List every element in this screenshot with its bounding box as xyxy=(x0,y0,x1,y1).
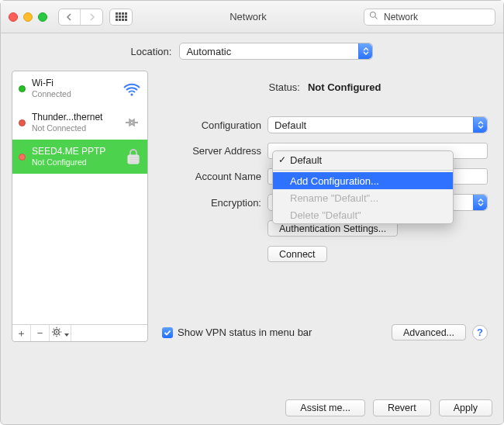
location-value: Automatic xyxy=(180,46,358,57)
service-status: Not Configured xyxy=(32,157,105,167)
advanced-button[interactable]: Advanced... xyxy=(392,324,466,340)
remove-service-button[interactable]: − xyxy=(31,325,50,341)
close-icon[interactable] xyxy=(9,12,18,22)
connect-row: Connect xyxy=(162,246,488,262)
service-thunderbolt-ethernet[interactable]: Thunder...thernet Not Connected xyxy=(12,105,147,140)
menu-item-add-configuration[interactable]: Add Configuration... xyxy=(273,172,453,189)
status-row: Status: Not Configured xyxy=(162,81,488,93)
menu-item-label: Default xyxy=(290,154,322,166)
apply-button[interactable]: Apply xyxy=(439,399,492,416)
account-name-label: Account Name xyxy=(162,171,261,182)
forward-button[interactable] xyxy=(81,9,102,25)
service-wifi[interactable]: Wi-Fi Connected xyxy=(12,71,147,105)
network-prefpane-window: Network ✕ Location: Automatic xyxy=(0,0,504,425)
footer-buttons: Assist me... Revert Apply xyxy=(285,399,492,416)
chevron-up-down-icon xyxy=(358,43,372,59)
location-label: Location: xyxy=(131,46,172,57)
service-name: SEED4.ME PPTP xyxy=(32,147,105,157)
chevron-down-icon xyxy=(64,327,69,339)
status-value: Not Configured xyxy=(308,81,381,93)
help-button[interactable]: ? xyxy=(472,325,488,340)
help-icon: ? xyxy=(477,327,483,338)
menu-item-rename-default: Rename "Default"... xyxy=(273,189,453,206)
assist-me-button[interactable]: Assist me... xyxy=(285,399,365,416)
service-list-scroll[interactable]: Wi-Fi Connected xyxy=(12,71,147,324)
show-all-button[interactable] xyxy=(109,9,133,26)
search-icon xyxy=(369,11,378,22)
status-label: Status: xyxy=(268,81,299,93)
svg-line-17 xyxy=(59,329,60,330)
wifi-icon xyxy=(123,81,141,96)
traffic-lights xyxy=(9,12,47,22)
zoom-icon[interactable] xyxy=(38,12,47,22)
grid-icon xyxy=(116,12,127,21)
menu-item-label: Delete "Default" xyxy=(290,209,361,221)
chevron-up-down-icon xyxy=(473,117,487,133)
service-status: Connected xyxy=(32,89,71,98)
bottom-row: Show VPN status in menu bar Advanced... … xyxy=(162,324,488,340)
lock-icon xyxy=(126,148,141,165)
configuration-value: Default xyxy=(268,119,473,131)
show-vpn-status-checkbox[interactable]: Show VPN status in menu bar xyxy=(162,327,312,338)
menu-item-default[interactable]: Default xyxy=(273,151,453,168)
svg-line-15 xyxy=(59,334,60,335)
service-list-footer: ＋ − xyxy=(12,324,147,341)
window-title: Network xyxy=(139,11,357,22)
configuration-menu: Default Add Configuration... Rename "Def… xyxy=(272,150,454,224)
menu-item-label: Add Configuration... xyxy=(290,175,379,187)
search-field[interactable]: ✕ xyxy=(364,9,495,26)
svg-point-0 xyxy=(371,12,376,18)
svg-line-14 xyxy=(53,329,54,330)
back-forward-segment xyxy=(58,9,103,26)
chevron-up-down-icon xyxy=(473,195,487,210)
configuration-label: Configuration xyxy=(162,119,261,131)
status-dot-red-icon xyxy=(19,119,26,126)
revert-button[interactable]: Revert xyxy=(373,399,431,416)
connect-button[interactable]: Connect xyxy=(268,246,327,262)
checkbox-label: Show VPN status in menu bar xyxy=(178,327,312,338)
gear-icon xyxy=(52,327,63,340)
ethernet-icon xyxy=(123,115,141,130)
configuration-popup[interactable]: Default xyxy=(268,116,488,133)
search-input[interactable] xyxy=(382,11,502,23)
encryption-label: Encryption: xyxy=(162,197,261,209)
checkbox-checked-icon xyxy=(162,327,173,338)
menu-separator xyxy=(273,170,453,171)
svg-line-16 xyxy=(53,334,54,335)
configuration-row: Configuration Default xyxy=(162,116,488,133)
service-vpn-seed4me[interactable]: SEED4.ME PPTP Not Configured xyxy=(12,140,147,174)
menu-item-label: Rename "Default"... xyxy=(290,192,378,204)
location-row: Location: Automatic xyxy=(12,43,492,60)
titlebar: Network ✕ xyxy=(1,1,503,33)
svg-line-1 xyxy=(375,17,378,19)
service-status: Not Connected xyxy=(32,123,102,133)
service-actions-button[interactable] xyxy=(50,325,71,341)
svg-point-9 xyxy=(55,331,57,333)
svg-point-2 xyxy=(130,93,133,95)
add-service-button[interactable]: ＋ xyxy=(12,325,31,341)
service-name: Thunder...thernet xyxy=(32,112,102,123)
minimize-icon[interactable] xyxy=(23,12,33,22)
status-dot-green-icon xyxy=(19,85,26,92)
service-list: Wi-Fi Connected xyxy=(12,71,148,342)
service-name: Wi-Fi xyxy=(32,78,71,89)
menu-item-delete-default: Delete "Default" xyxy=(273,206,453,223)
status-dot-red-icon xyxy=(19,154,26,161)
server-address-label: Server Address xyxy=(162,145,261,157)
back-button[interactable] xyxy=(59,9,81,25)
location-popup[interactable]: Automatic xyxy=(179,43,373,60)
